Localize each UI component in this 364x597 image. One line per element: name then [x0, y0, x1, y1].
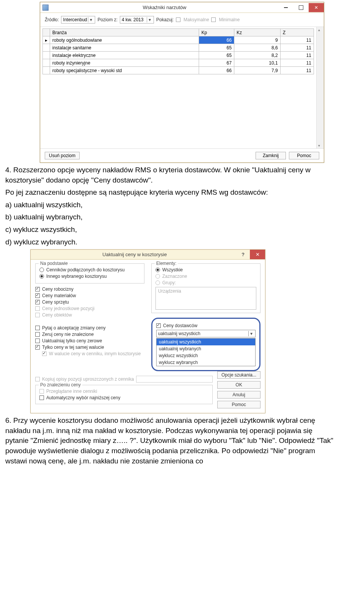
copy-label: Kopiuj opisy pozycji uproszczonych z cen… — [42, 376, 134, 382]
close-button[interactable]: ✕ — [250, 250, 265, 259]
source-label: Źródło: — [45, 17, 59, 22]
elem-groups: Grupy: — [155, 280, 256, 285]
chk-samcurrency[interactable]: Tylko ceny w tej samej walucie — [35, 345, 144, 350]
close-button[interactable] — [309, 3, 324, 12]
dropdown-item[interactable]: wyklucz wybranych — [157, 359, 255, 366]
source-combo[interactable]: Intercenbud ▾ — [61, 16, 95, 24]
chk-zero[interactable]: Zeruj ceny nie znalezione — [35, 332, 144, 337]
toolbar: Źródło: Intercenbud ▾ Poziom z: 4 kw. 20… — [40, 13, 324, 27]
dropdown-item[interactable]: wyklucz wszystkich — [157, 352, 255, 359]
level-value: 4 kw. 2013 — [122, 17, 143, 22]
min-checkbox[interactable] — [211, 17, 216, 22]
source-value: Intercenbud — [63, 17, 87, 22]
minimize-button[interactable] — [278, 3, 293, 12]
chk-currency-pricelist: W walucie ceny w cenniku, innym kosztory… — [42, 351, 144, 356]
table-row[interactable]: roboty inżynieryjne6710,111 — [43, 59, 314, 67]
markup-indicators-window: Wskaźniki narzutów Źródło: Intercenbud ▾… — [40, 2, 324, 163]
max-checkbox[interactable] — [176, 17, 180, 22]
table-row[interactable]: ▸roboty ogólnobudowlane66911 — [43, 36, 314, 44]
paragraph-6: 6. Przy wycenie kosztorysu dodano możliw… — [5, 416, 334, 466]
paragraph-4b: Po jej zaznaczeniu dostępne są następują… — [5, 187, 334, 198]
chk-ask[interactable]: Pytaj o akceptację zmiany ceny — [35, 325, 144, 331]
titlebar: Wskaźniki narzutów — [40, 2, 324, 13]
basis-radio-2[interactable]: Innego wybranego kosztorysu — [39, 274, 140, 279]
vertical-scrollbar[interactable] — [316, 27, 324, 148]
app-icon — [42, 5, 49, 11]
footer: Usuń poziom Zamknij Pomoc — [40, 148, 324, 162]
ok-button[interactable]: OK — [217, 381, 260, 389]
col-z[interactable]: Z — [280, 29, 314, 36]
elements-legend: Elementy: — [155, 261, 178, 266]
item-c: c) wyklucz wszystkich, — [5, 225, 334, 235]
maximize-button[interactable] — [293, 3, 309, 12]
dropdown-item[interactable]: uaktualnij wszystkich — [157, 339, 255, 345]
paragraph-4: 4. Rozszerzono opcje wyceny nakładów RMS… — [5, 165, 334, 185]
titlebar: Uaktualnij ceny w kosztorysie ? ✕ — [31, 250, 265, 260]
item-a: a) uaktualnij wszystkich, — [5, 200, 334, 210]
search-options-button[interactable]: Opcje szukania... — [217, 371, 260, 379]
window-buttons — [278, 3, 324, 12]
groups-field: Urządzenia — [155, 287, 256, 310]
chevron-down-icon: ▾ — [248, 331, 254, 336]
help-titlebar-button[interactable]: ? — [236, 252, 250, 257]
chk-other-pricelists: Przeglądane inne cenniki — [39, 389, 209, 394]
level-label: Poziom z: — [97, 17, 118, 22]
col-branch[interactable]: Branża — [50, 29, 199, 36]
basis-legend: Na podstawie — [39, 261, 69, 266]
chk-equipment[interactable]: Ceny sprzętu — [35, 299, 144, 305]
after-find-group: Po znalezieniu ceny Przeglądane inne cen… — [35, 385, 213, 404]
update-prices-window: Uaktualnij ceny w kosztorysie ? ✕ Na pod… — [30, 249, 265, 413]
chk-supplier-prices[interactable]: Ceny dostawców — [156, 323, 256, 328]
remove-level-button[interactable]: Usuń poziom — [45, 152, 80, 159]
col-kz[interactable]: Kz — [234, 29, 280, 36]
col-kp[interactable]: Kp — [199, 29, 234, 36]
basis-group: Na podstawie Cenników podłączonych do ko… — [35, 263, 144, 284]
supplier-prices-highlight: Ceny dostawców uaktualnij wszystkich ▾ u… — [151, 318, 260, 371]
chk-materials[interactable]: Ceny materiałów — [35, 293, 144, 298]
chk-onlyzero[interactable]: Uaktualniaj tylko ceny zerowe — [35, 338, 144, 343]
indicators-table[interactable]: Branża Kp Kz Z ▸roboty ogólnobudowlane66… — [42, 28, 314, 74]
supplier-dropdown-list[interactable]: uaktualnij wszystkichuaktualnij wybranyc… — [156, 338, 256, 366]
item-d: d) wyklucz wybranych. — [5, 237, 334, 247]
copy-field — [136, 376, 213, 383]
elem-selected: Zaznaczone — [155, 274, 256, 279]
chevron-down-icon: ▾ — [147, 17, 152, 22]
table-row[interactable]: instalacje sanitarne658,611 — [43, 44, 314, 52]
table-row[interactable]: instalacje elektryczne658,211 — [43, 52, 314, 59]
chk-objects: Ceny obiektów — [35, 312, 144, 318]
help-button[interactable]: Pomoc — [217, 401, 260, 408]
level-combo[interactable]: 4 kw. 2013 ▾ — [120, 16, 154, 24]
show-label: Pokazuj: — [156, 17, 174, 22]
help-button[interactable]: Pomoc — [289, 152, 319, 159]
chk-lowest-price[interactable]: Automatyczny wybór najniższej ceny — [39, 395, 209, 400]
chk-labor[interactable]: Ceny robocizny — [35, 287, 144, 292]
window-title: Uaktualnij ceny w kosztorysie — [33, 252, 236, 257]
table-row[interactable]: roboty specjalistyczne - wysoki std667,9… — [43, 67, 314, 74]
elements-group: Elementy: Wszystkie Zaznaczone Grupy: Ur… — [151, 263, 260, 313]
max-label: Maksymalne — [184, 17, 209, 22]
cancel-button[interactable]: Anuluj — [217, 391, 260, 399]
close-dialog-button[interactable]: Zamknij — [256, 152, 286, 159]
dropdown-item[interactable]: uaktualnij wybranych — [157, 345, 255, 352]
chk-unitprices: Ceny jednostkowe pozycji — [35, 306, 144, 311]
min-label: Minimalne — [219, 17, 240, 22]
elem-all[interactable]: Wszystkie — [155, 267, 256, 273]
after-find-legend: Po znalezieniu ceny — [39, 382, 82, 387]
item-b: b) uaktualnij wybranych, — [5, 212, 334, 222]
supplier-combo-value: uaktualnij wszystkich — [158, 331, 200, 336]
basis-radio-1[interactable]: Cenników podłączonych do kosztorysu — [39, 267, 140, 273]
copy-descriptions-row: Kopiuj opisy pozycji uproszczonych z cen… — [35, 376, 213, 383]
left-column: Na podstawie Cenników podłączonych do ko… — [35, 263, 144, 371]
right-column: Elementy: Wszystkie Zaznaczone Grupy: Ur… — [151, 263, 260, 371]
window-title: Wskaźniki narzutów — [51, 5, 278, 10]
chevron-down-icon: ▾ — [88, 17, 93, 22]
supplier-combo[interactable]: uaktualnij wszystkich ▾ — [156, 330, 256, 337]
table-area: Branża Kp Kz Z ▸roboty ogólnobudowlane66… — [40, 27, 324, 148]
